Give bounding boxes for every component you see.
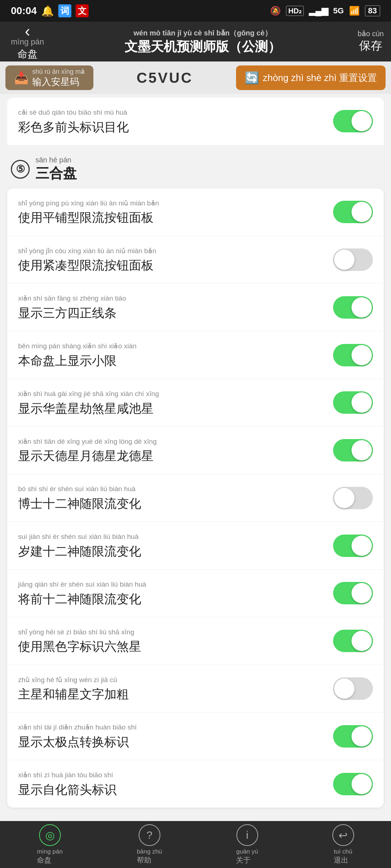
bottom-nav-icon-1: ? (139, 824, 160, 846)
top-setting-label: cǎi sè duō qián tóu biāo shí mù huà 彩色多前… (18, 108, 333, 135)
top-setting-text: 彩色多前头标识目化 (18, 120, 129, 134)
setting-item-3: běn mìng pán shàng xiǎn shì xiǎo xiàn 本命… (7, 331, 384, 379)
toggle-5[interactable] (333, 439, 373, 461)
setting-pinyin-4: xiǎn shì huá gài xīng jié shā xīng xián … (18, 389, 333, 399)
setting-label-12: xiǎn shì zì huà jiàn tóu biāo shí 显示自化箭头… (18, 770, 333, 797)
bottom-nav-icon-3: ↩ (332, 824, 354, 846)
bottom-nav-icon-0: ◎ (39, 824, 61, 846)
setting-item-8: jiāng qián shí èr shén suí xiàn liú biàn… (7, 570, 384, 617)
setting-pinyin-3: běn mìng pán shàng xiǎn shì xiǎo xiàn (18, 341, 333, 351)
top-partial-card: cǎi sè duō qián tóu biāo shí mù huà 彩色多前… (7, 98, 384, 145)
nav-title: wén mò tiān jī yù cè shī bǎn（gōng cè） 文墨… (55, 28, 350, 55)
toggle-thumb-10 (334, 678, 354, 699)
setting-pinyin-6: bó shì shí èr shén suí xiàn liú biàn huà (18, 484, 333, 494)
toggle-2[interactable] (333, 296, 373, 319)
input-anxingma-button[interactable]: 📥 shū rù ān xīng mǎ 输入安星码 (5, 65, 93, 90)
save-button[interactable]: bǎo cún 保存 (358, 29, 384, 54)
top-setting-item: cǎi sè duō qián tóu biāo shí mù huà 彩色多前… (7, 98, 384, 145)
setting-text-10: 主星和辅星文字加粗 (18, 687, 129, 701)
wifi-icon: 📶 (349, 6, 360, 16)
settings-card: shǐ yòng píng pù xíng xiàn liú àn niǔ mi… (7, 188, 384, 808)
toggle-10[interactable] (333, 677, 373, 700)
toggle-11[interactable] (333, 725, 373, 748)
setting-item-12: xiǎn shì zì huà jiàn tóu biāo shí 显示自化箭头… (7, 760, 384, 808)
setting-pinyin-8: jiāng qián shí èr shén suí xiàn liú biàn… (18, 580, 333, 590)
save-label: 保存 (359, 39, 382, 52)
setting-text-5: 显示天德星月德星龙德星 (18, 449, 154, 463)
reset-button[interactable]: 🔄 zhòng zhì shè zhì 重置设置 (236, 65, 386, 90)
setting-pinyin-5: xiǎn shì tiān dé xīng yuè dé xīng lóng d… (18, 437, 333, 447)
setting-item-10: zhǔ xīng hé fǔ xīng wén zì jiā cū 主星和辅星文… (7, 665, 384, 713)
main-content: cǎi sè duō qián tóu biāo shí mù huà 彩色多前… (0, 98, 391, 822)
setting-label-10: zhǔ xīng hé fǔ xīng wén zì jiā cū 主星和辅星文… (18, 675, 333, 702)
5g-badge: 5G (333, 6, 344, 16)
setting-label-2: xiǎn shì sān fāng sì zhèng xiàn tiáo 显示三… (18, 294, 333, 321)
notification-icon: 🔔 (41, 5, 54, 17)
setting-text-9: 使用黑色字标识六煞星 (18, 639, 141, 653)
top-setting-pinyin: cǎi sè duō qián tóu biāo shí mù huà (18, 108, 333, 118)
back-button[interactable]: ‹ mìng pán 命盘 (7, 18, 48, 65)
bottom-nav-item-1[interactable]: ? bāng zhù 帮助 (137, 824, 162, 865)
toggle-thumb-2 (352, 297, 372, 318)
setting-label-9: shǐ yòng hēi sè zì biāo shí liù shā xīng… (18, 627, 333, 655)
status-right: 🔕 HD₂ ▂▄▆ 5G 📶 83 (270, 5, 380, 16)
setting-label-8: jiāng qián shí èr shén suí xiàn liú biàn… (18, 580, 333, 607)
bottom-nav-label-0: mìng pán 命盘 (37, 848, 63, 865)
toggle-thumb-9 (352, 631, 372, 651)
toggle-thumb-8 (352, 583, 372, 603)
setting-text-2: 显示三方四正线条 (18, 306, 117, 320)
toggle-12[interactable] (333, 773, 373, 795)
bottom-nav-label-3: tuì chū 退出 (334, 848, 352, 865)
section-number: ⑤ (11, 160, 30, 179)
toggle-9[interactable] (333, 630, 373, 652)
reset-btn-pinyin: zhòng zhì shè zhì (263, 72, 337, 83)
setting-item-4: xiǎn shì huá gài xīng jié shā xīng xián … (7, 379, 384, 427)
setting-label-4: xiǎn shì huá gài xīng jié shā xīng xián … (18, 389, 333, 416)
toggle-thumb-3 (352, 345, 372, 365)
top-toggle[interactable] (333, 110, 373, 132)
back-label: mìng pán (11, 37, 44, 47)
setting-text-6: 博士十二神随限流变化 (18, 497, 141, 510)
input-btn-label: 输入安星码 (32, 76, 79, 87)
setting-label-11: xiǎn shì tài jí diǎn zhuǎn huàn biāo shí… (18, 723, 333, 750)
setting-label-7: suì jiàn shí èr shén suí xiàn liú biàn h… (18, 532, 333, 559)
setting-pinyin-2: xiǎn shì sān fāng sì zhèng xiàn tiáo (18, 294, 333, 303)
toggle-7[interactable] (333, 535, 373, 557)
toggle-8[interactable] (333, 582, 373, 604)
wubi-icon: 词 (58, 4, 71, 17)
toggle-0[interactable] (333, 201, 373, 223)
bottom-nav-item-3[interactable]: ↩ tuì chū 退出 (332, 824, 354, 865)
battery-icon: 83 (365, 5, 380, 16)
setting-text-12: 显示自化箭头标识 (18, 783, 117, 796)
toggle-thumb-5 (352, 440, 372, 460)
code-display: C5VUC (97, 70, 232, 86)
setting-text-11: 显示太极点转换标识 (18, 735, 129, 749)
top-toggle-thumb (352, 111, 372, 131)
setting-label-3: běn mìng pán shàng xiǎn shì xiǎo xiàn 本命… (18, 341, 333, 369)
toggle-1[interactable] (333, 248, 373, 271)
setting-pinyin-9: shǐ yòng hēi sè zì biāo shí liù shā xīng (18, 627, 333, 637)
reset-btn-label: 重置设置 (339, 72, 377, 83)
bottom-nav-item-2[interactable]: i guān yú 关于 (236, 824, 258, 865)
bottom-nav-item-0[interactable]: ◎ mìng pán 命盘 (37, 824, 63, 865)
input-row: 📥 shū rù ān xīng mǎ 输入安星码 C5VUC 🔄 zhòng … (0, 61, 391, 94)
toggle-4[interactable] (333, 391, 373, 414)
setting-item-1: shǐ yòng jǐn còu xíng xiàn liú àn niǔ mi… (7, 236, 384, 284)
toggle-3[interactable] (333, 344, 373, 366)
setting-label-6: bó shì shí èr shén suí xiàn liú biàn huà… (18, 484, 333, 511)
setting-item-11: xiǎn shì tài jí diǎn zhuǎn huàn biāo shí… (7, 712, 384, 760)
setting-pinyin-12: xiǎn shì zì huà jiàn tóu biāo shí (18, 770, 333, 780)
section-5-header: ⑤ sān hé pán 三合盘 (0, 145, 391, 188)
setting-item-5: xiǎn shì tiān dé xīng yuè dé xīng lóng d… (7, 427, 384, 475)
toggle-6[interactable] (333, 487, 373, 509)
input-icon: 📥 (14, 71, 29, 85)
toggle-thumb-1 (334, 250, 354, 270)
setting-pinyin-1: shǐ yòng jǐn còu xíng xiàn liú àn niǔ mi… (18, 246, 333, 256)
setting-label-1: shǐ yòng jǐn còu xíng xiàn liú àn niǔ mi… (18, 246, 333, 273)
toggle-thumb-11 (352, 726, 372, 746)
setting-label-5: xiǎn shì tiān dé xīng yuè dé xīng lóng d… (18, 437, 333, 464)
hd2-badge: HD₂ (286, 6, 304, 16)
toggle-thumb-12 (352, 774, 372, 794)
setting-text-1: 使用紧凑型限流按钮面板 (18, 258, 154, 272)
section-title-wrap: sān hé pán 三合盘 (35, 156, 77, 183)
